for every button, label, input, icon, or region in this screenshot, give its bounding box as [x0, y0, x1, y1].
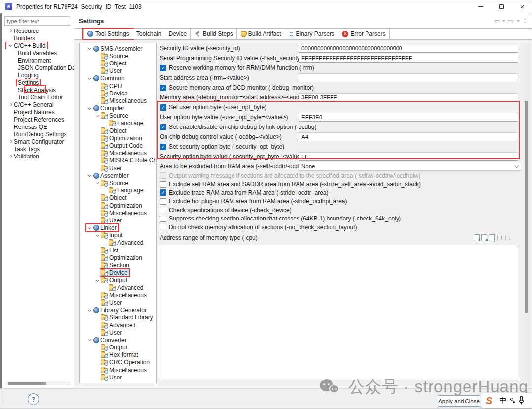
memory-type-list[interactable]	[158, 245, 518, 380]
tree-item-user[interactable]: User	[80, 329, 156, 336]
check-specifications-of-device-check-device-checkbox[interactable]	[160, 207, 166, 213]
collapse-icon[interactable]	[88, 46, 91, 50]
tree-item-miscellaneous[interactable]: Miscellaneous	[80, 97, 156, 104]
forward-arrow-icon[interactable]: ⇨	[508, 17, 514, 25]
sidebar-item-logging[interactable]: Logging	[2, 71, 74, 79]
tree-item-object[interactable]: Object	[80, 194, 156, 202]
collapse-icon[interactable]	[96, 114, 99, 117]
memory-area-debug-monitor-start-address-end-address-input[interactable]	[299, 93, 518, 102]
tree-item-source[interactable]: Source	[80, 52, 156, 60]
sidebar-item-resource[interactable]: Resource	[2, 27, 74, 34]
mic-icon[interactable]	[518, 396, 525, 405]
serial-programming-security-id-value-flash-security-id-input[interactable]	[299, 54, 518, 63]
tree-item-miscellaneous[interactable]: Miscellaneous	[80, 150, 156, 157]
tree-item-user[interactable]: User	[80, 67, 156, 75]
collapse-icon[interactable]	[88, 173, 91, 177]
tree-item-list[interactable]: List	[80, 247, 156, 254]
sidebar-item-project-references[interactable]: Project References	[2, 116, 74, 123]
tree-item-miscellaneous[interactable]: Miscellaneous	[80, 291, 156, 299]
sidebar-item-settings[interactable]: Settings	[2, 79, 74, 86]
tree-item-language[interactable]: Language	[80, 187, 156, 194]
tree-item-language[interactable]: Language	[80, 120, 156, 127]
exclude-self-ram-area-and-saddr-area-from-ram-area-stride-self-area-avoid-saddr-stack-checkbox[interactable]	[160, 181, 166, 188]
tree-item-linker[interactable]: Linker	[80, 224, 156, 232]
sidebar-item-project-natures[interactable]: Project Natures	[2, 108, 74, 116]
on-chip-debug-control-value-ocdbg-value-input[interactable]	[299, 132, 518, 141]
move-up-icon[interactable]: ↑	[500, 234, 503, 241]
expand-icon[interactable]	[9, 103, 12, 106]
tree-item-advanced[interactable]: Advanced	[80, 239, 156, 247]
sidebar-item-json-compilation-datab[interactable]: JSON Compilation Datab	[2, 64, 74, 71]
expand-icon[interactable]	[9, 155, 12, 158]
do-not-check-memory-allocation-of-sections-no-check-section-layout-checkbox[interactable]	[160, 224, 166, 230]
set-security-option-byte-security-opt-byte-checkbox[interactable]: ✓	[160, 144, 166, 150]
tree-item-misra-c-rule-check[interactable]: MISRA C Rule Check	[80, 157, 156, 164]
sidebar-item-validation[interactable]: Validation	[2, 153, 74, 160]
tree-item-source[interactable]: Source	[80, 112, 156, 120]
user-option-byte-value-user-opt-byte-value-input[interactable]	[299, 113, 518, 122]
set-user-option-byte-user-opt-byte-checkbox[interactable]: ✓	[160, 104, 166, 111]
collapse-icon[interactable]	[88, 106, 91, 110]
collapse-icon[interactable]	[88, 76, 91, 80]
sidebar-item-renesas-qe[interactable]: Renesas QE	[2, 123, 74, 130]
tab-build-artifact[interactable]: Build Artifact	[237, 29, 285, 39]
collapse-icon[interactable]	[88, 338, 91, 341]
help-button[interactable]: ?	[28, 393, 39, 405]
sidebar-hscrollbar-thumb[interactable]	[8, 382, 46, 385]
tree-item-miscellaneous[interactable]: Miscellaneous	[80, 209, 156, 217]
ime-language-toggle[interactable]: 中	[499, 396, 507, 405]
suppress-checking-section-allocation-that-crosses-64kb-1-boundary-check-64k-only-checkbox[interactable]	[160, 216, 166, 222]
tree-item-output[interactable]: Output	[80, 277, 156, 284]
tree-item-common[interactable]: Common	[80, 75, 156, 82]
edit-entry-icon[interactable]	[489, 234, 495, 241]
sidebar-item-run-debug-settings[interactable]: Run/Debug Settings	[2, 130, 74, 138]
tree-item-optimization[interactable]: Optimization	[80, 134, 156, 142]
expand-icon[interactable]	[9, 29, 12, 32]
minimize-button[interactable]	[470, 0, 491, 13]
tree-item-hex-format[interactable]: Hex format	[80, 351, 156, 359]
sidebar-item-tool-chain-editor[interactable]: Tool Chain Editor	[2, 94, 74, 101]
tree-item-object[interactable]: Object	[80, 60, 156, 67]
collapse-icon[interactable]	[9, 43, 12, 47]
expand-icon[interactable]	[9, 140, 12, 143]
forward-caret-icon[interactable]	[517, 20, 520, 22]
tree-item-miscellaneous[interactable]: Miscellaneous	[80, 366, 156, 374]
collapse-icon[interactable]	[88, 308, 91, 312]
sidebar-item-task-tags[interactable]: Task Tags	[2, 145, 74, 153]
remove-entry-icon[interactable]	[481, 234, 487, 241]
tree-item-standard-library[interactable]: Standard Library	[80, 314, 156, 321]
tree-item-optimization[interactable]: Optimization	[80, 254, 156, 261]
tree-item-optimization[interactable]: Optimization	[80, 202, 156, 209]
tab-build-steps[interactable]: Build Steps	[191, 29, 237, 39]
tree-item-advanced[interactable]: Advanced	[80, 284, 156, 291]
tree-item-device[interactable]: Device	[80, 90, 156, 97]
tab-device[interactable]: Device	[165, 29, 191, 39]
start-address-area-rrm-value-input[interactable]	[299, 73, 518, 82]
tree-item-user[interactable]: User	[80, 374, 156, 381]
sidebar-item-build-variables[interactable]: Build Variables	[2, 49, 74, 57]
collapse-icon[interactable]	[88, 226, 91, 229]
sidebar-item-builders[interactable]: Builders	[2, 34, 74, 42]
tree-item-cpu[interactable]: CPU	[80, 82, 156, 90]
sidebar-item-environment[interactable]: Environment	[2, 57, 74, 64]
tree-item-converter[interactable]: Converter	[80, 336, 156, 344]
tree-item-source[interactable]: Source	[80, 179, 156, 187]
set-enable-disable-on-chip-debug-by-link-option-ocdbg-checkbox[interactable]: ✓	[160, 124, 166, 130]
tree-item-sms-assembler[interactable]: SMS Assembler	[80, 45, 156, 52]
view-menu-icon[interactable]: ⁞	[524, 17, 526, 24]
tree-item-crc-operation[interactable]: CRC Operation	[80, 359, 156, 366]
area-to-be-excluded-from-ram-area-self-ocdtr-ocdhpi-dropdown[interactable]: None	[299, 162, 521, 171]
sidebar-item-c-c-build[interactable]: C/C++ Build	[2, 42, 74, 49]
sidebar-item-stack-analysis[interactable]: Stack Analysis	[2, 86, 74, 94]
tree-item-library-generator[interactable]: Library Generator	[80, 307, 156, 314]
maximize-button[interactable]	[491, 0, 512, 13]
settings-vscrollbar-thumb[interactable]	[525, 101, 528, 313]
tree-item-user[interactable]: User	[80, 299, 156, 306]
back-caret-icon[interactable]	[502, 20, 505, 22]
tab-binary-parsers[interactable]: Binary Parsers	[285, 29, 339, 39]
tree-item-output-code[interactable]: Output Code	[80, 142, 156, 149]
tree-item-object[interactable]: Object	[80, 127, 156, 134]
sidebar-item-c-c-general[interactable]: C/C++ General	[2, 101, 74, 108]
tree-item-user[interactable]: User	[80, 217, 156, 224]
tab-tool-settings[interactable]: Tool Settings	[83, 29, 133, 39]
